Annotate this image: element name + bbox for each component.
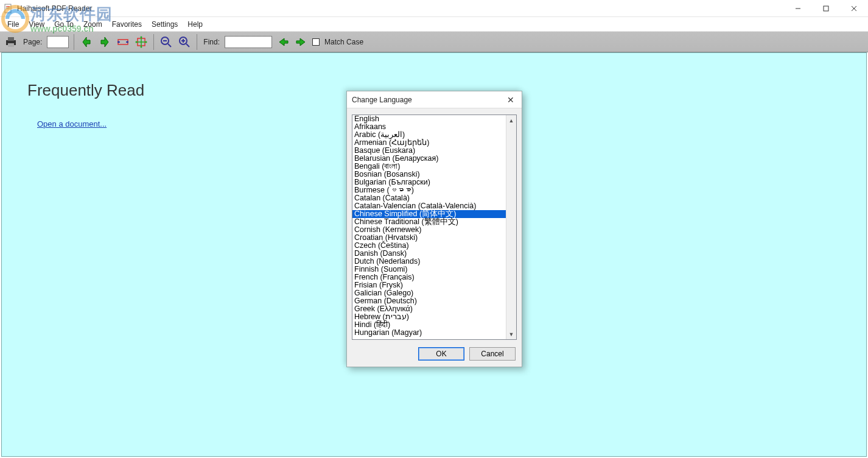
svg-rect-4 — [6, 9, 10, 9]
scroll-up-icon[interactable]: ▲ — [506, 115, 516, 125]
close-button[interactable] — [840, 0, 868, 17]
zoom-in-button[interactable] — [177, 35, 192, 49]
toolbar: Page: Find: Match Case — [0, 32, 868, 52]
svg-line-20 — [168, 44, 171, 47]
find-next-button[interactable] — [294, 35, 309, 49]
svg-rect-11 — [8, 43, 14, 47]
page-input[interactable] — [47, 36, 69, 48]
svg-point-15 — [145, 41, 147, 43]
dialog-close-button[interactable]: ✕ — [505, 95, 517, 105]
menu-favorites[interactable]: Favorites — [107, 19, 147, 30]
window-title: Haihaisoft PDF Reader — [17, 4, 92, 13]
svg-point-14 — [136, 41, 138, 43]
minimize-button[interactable] — [784, 0, 812, 17]
find-input[interactable] — [225, 36, 272, 48]
ok-button[interactable]: OK — [418, 347, 464, 361]
svg-rect-6 — [824, 6, 828, 11]
match-case-label: Match Case — [324, 38, 363, 46]
fit-page-button[interactable] — [134, 35, 149, 49]
find-label: Find: — [203, 38, 220, 46]
menubar: File View Go To Zoom Favorites Settings … — [0, 17, 868, 32]
menu-help[interactable]: Help — [183, 19, 208, 30]
menu-file[interactable]: File — [2, 19, 24, 30]
scroll-down-icon[interactable]: ▼ — [506, 329, 516, 339]
find-prev-button[interactable] — [276, 35, 290, 49]
print-button[interactable] — [4, 35, 18, 49]
language-listbox[interactable]: EnglishAfrikaansArabic (العربية)Armenian… — [352, 114, 517, 340]
maximize-button[interactable] — [812, 0, 840, 17]
page-label: Page: — [23, 38, 42, 46]
dialog-title: Change Language — [352, 96, 412, 104]
open-document-link[interactable]: Open a document... — [37, 119, 107, 129]
svg-rect-3 — [6, 7, 10, 8]
change-language-dialog: Change Language ✕ EnglishAfrikaansArabic… — [346, 91, 522, 367]
svg-point-16 — [141, 36, 142, 38]
menu-settings[interactable]: Settings — [147, 19, 183, 30]
svg-line-24 — [186, 44, 189, 47]
language-item[interactable]: Hungarian (Magyar) — [352, 329, 506, 337]
dialog-titlebar: Change Language ✕ — [347, 91, 522, 108]
svg-rect-2 — [6, 6, 10, 7]
prev-page-button[interactable] — [79, 35, 94, 49]
next-page-button[interactable] — [97, 35, 112, 49]
cancel-button[interactable]: Cancel — [469, 347, 516, 361]
separator — [197, 34, 197, 50]
match-case-checkbox[interactable] — [312, 38, 320, 46]
menu-view[interactable]: View — [24, 19, 49, 30]
window-titlebar: Haihaisoft PDF Reader — [0, 0, 868, 17]
menu-goto[interactable]: Go To — [49, 19, 79, 30]
fit-width-button[interactable] — [116, 35, 130, 49]
app-icon — [4, 4, 13, 13]
menu-zoom[interactable]: Zoom — [79, 19, 107, 30]
zoom-out-button[interactable] — [159, 35, 173, 49]
separator — [74, 34, 74, 50]
svg-point-17 — [141, 46, 142, 48]
separator — [153, 34, 154, 50]
svg-rect-10 — [8, 37, 14, 41]
listbox-scrollbar[interactable]: ▲ ▼ — [506, 115, 516, 339]
